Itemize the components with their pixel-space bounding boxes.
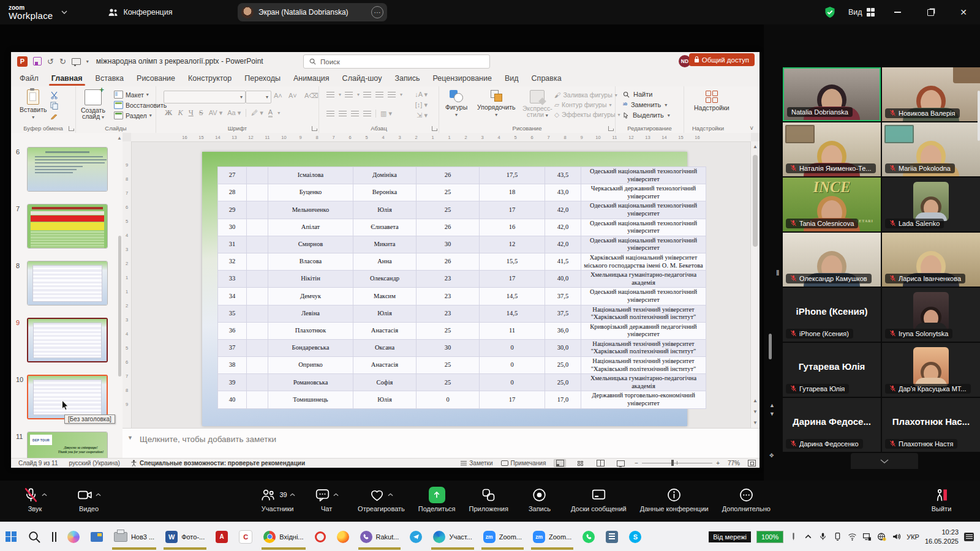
taskbar-app-opera[interactable] [309,523,331,550]
slide-thumbnail[interactable]: DEP TOURДякуємо за співпрацю!Thank you f… [27,432,108,458]
italic-button[interactable]: К [178,108,183,118]
screen-tab-more-icon[interactable]: ⋯ [371,6,383,18]
taskbar-app-telegram[interactable] [404,523,428,550]
zoom-percentage[interactable]: 77% [728,460,740,467]
language-indicator[interactable]: русский (Украина) [69,460,120,467]
slide-thumbnail[interactable] [27,318,108,362]
slideshow-view-button[interactable] [614,459,627,467]
network-monitor-icon[interactable] [862,532,872,541]
chevron-up-icon[interactable] [388,493,393,497]
numbering-icon[interactable] [345,92,353,97]
highlight-button[interactable]: 🖉 ▾ [246,109,263,117]
panel-resize-handle[interactable]: ‖ [776,268,780,277]
copy-icon[interactable] [50,102,58,110]
slide-scrollbar[interactable]: ▲ ▲ ▼ ▼ [750,141,760,428]
tray-expand-icon[interactable] [804,532,813,541]
bullets-icon[interactable] [326,92,334,97]
speaker-icon[interactable] [892,532,901,541]
slide-thumbnail[interactable] [27,204,108,249]
globe-warning-icon[interactable]: ! [877,532,886,541]
clipboard-dialog-launcher[interactable] [69,126,74,131]
ribbon-tab-Слайд-шоу[interactable]: Слайд-шоу [342,74,382,83]
taskbar-app-zoom1[interactable]: zmZoom... [478,523,527,550]
workspace-chevron-icon[interactable] [61,10,67,14]
arrange-button[interactable]: Упорядочить▾ [477,90,515,118]
fit-to-window-icon[interactable] [748,460,756,467]
participant-tile[interactable]: Natalia Dobrianska [783,67,881,121]
replace-button[interactable]: ᵃᵇЗаменить▾ [623,101,670,108]
grow-font-icon[interactable]: A˄ [274,92,282,99]
participant-tile[interactable]: Плахотнюк Нас...Плахотнюк Настя [882,398,980,452]
security-shield-icon[interactable] [824,6,836,18]
participant-tile[interactable]: Iryna Solonytska [882,288,980,342]
taskbar-app-word[interactable]: WФото-... [160,523,210,550]
whiteboard-button[interactable]: Доски сообщений [566,486,631,512]
taskbar-app-firefox[interactable] [331,523,355,550]
text-direction-icon[interactable]: ↓A ▾ [415,91,428,99]
language-switcher[interactable]: УКР [907,533,919,541]
taskbar-app-edge[interactable]: Участ... [428,523,477,550]
participants-collapse-button[interactable] [851,453,918,469]
participant-tile[interactable]: Lada Salenko [882,178,980,231]
line-spacing-icon[interactable] [388,92,396,97]
ribbon-tab-Анимация[interactable]: Анимация [293,74,330,83]
usb-device-icon[interactable] [833,532,842,541]
align-left-icon[interactable] [326,111,334,116]
clear-format-icon[interactable]: A⌫ [304,92,318,100]
wifi-icon[interactable] [848,532,857,541]
justify-icon[interactable] [363,111,371,116]
share-access-button[interactable]: Общий доступ [689,53,755,66]
slide-thumbnail[interactable] [27,375,108,419]
participant-tile[interactable]: Лариса Іванченкова [882,233,980,287]
accessibility-status[interactable]: Специальные возможности: проверьте реком… [131,460,305,467]
share-button[interactable]: Поделиться [413,486,461,512]
chevron-up-icon[interactable] [42,493,47,497]
redo-icon[interactable]: ↻ [59,57,66,66]
select-button[interactable]: Выделить▾ [623,111,670,119]
align-right-icon[interactable] [351,111,359,116]
slide-thumbnail[interactable] [27,147,108,192]
taskbar-app-search[interactable] [22,523,47,550]
previous-slide-icon[interactable]: ▲ [751,398,760,403]
search-input[interactable]: Поиск [303,54,490,69]
powerpoint-app-icon[interactable] [17,56,28,67]
columns-icon[interactable]: ▥ ▾ [375,110,392,118]
paragraph-dialog-launcher[interactable] [432,126,437,131]
underline-button[interactable]: Ч [189,108,194,118]
save-icon[interactable] [33,57,42,66]
normal-view-button[interactable] [554,459,566,467]
shapes-button[interactable]: Фигуры▾ [445,90,467,118]
participant-tile[interactable]: Наталія Якименко-Те... [783,122,881,176]
taskbar-app-acrobat[interactable]: A [210,523,233,550]
taskbar-app-copilot[interactable] [62,523,85,550]
apps-button[interactable]: Приложения [464,486,513,512]
panel-scrollbar[interactable] [978,91,980,141]
slide-sorter-view-button[interactable] [574,459,586,467]
audio-button[interactable]: Звук [12,486,58,512]
ribbon-tab-Главная[interactable]: Главная [51,74,83,83]
ribbon-tab-Справка[interactable]: Справка [532,74,562,83]
taskbar-app-chrome[interactable]: Вхідні... [258,523,309,550]
view-button[interactable]: Вид [848,8,875,17]
react-button[interactable]: Отреагировать [353,486,410,512]
find-button[interactable]: Найти [623,91,670,98]
video-button[interactable]: Видео [66,486,111,512]
thumbs-scrollbar[interactable] [118,236,121,377]
ribbon-tab-Переходы[interactable]: Переходы [244,74,281,83]
taskbar-app-cyber[interactable]: C [233,523,258,550]
more-button[interactable]: Дополнительно [717,486,775,512]
slideshow-icon[interactable] [72,58,81,65]
scroll-down-icon[interactable]: ▼ [751,420,760,425]
bold-button[interactable]: Ж [165,108,172,118]
increase-indent-icon[interactable] [375,92,383,97]
taskbar-app-skype[interactable]: S [624,523,647,550]
ribbon-tab-Рисование[interactable]: Рисование [137,74,175,83]
panel-scrollbar-thumb[interactable] [769,334,772,359]
font-dialog-launcher[interactable] [312,126,317,131]
participants-button[interactable]: 39Участники [255,486,300,512]
notes-pane[interactable]: ▼ Щелкните, чтобы добавить заметки [123,428,760,459]
paste-button[interactable]: Вставить▾ [20,89,47,120]
participant-tile[interactable]: Дарина Федосе...Дарина Федосенко [783,398,881,452]
drawing-dialog-launcher[interactable] [608,126,613,131]
tab-shared-screen[interactable]: Экран (Natalia Dobrianska) ⋯ [238,3,387,21]
